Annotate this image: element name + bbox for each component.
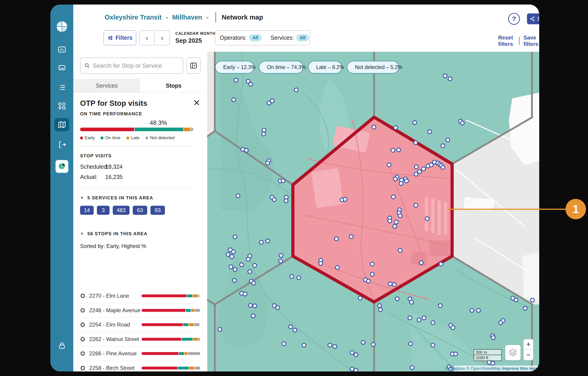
- stop-marker[interactable]: [284, 199, 289, 203]
- stop-marker[interactable]: [395, 297, 400, 301]
- service-badge-483[interactable]: 483: [113, 206, 129, 215]
- layers-button[interactable]: [505, 345, 521, 360]
- map-legend-chip[interactable]: Not detected – 5.2%: [347, 61, 399, 74]
- stop-marker[interactable]: [409, 300, 414, 305]
- help-button[interactable]: ?: [508, 13, 520, 25]
- stop-marker[interactable]: [265, 161, 270, 166]
- close-icon[interactable]: ✕: [193, 99, 200, 107]
- stop-marker[interactable]: [430, 343, 435, 348]
- stop-marker[interactable]: [252, 304, 257, 308]
- lock-icon[interactable]: [54, 339, 69, 352]
- reset-filters-link[interactable]: Reset filters: [498, 34, 515, 47]
- stop-marker[interactable]: [234, 78, 238, 83]
- stop-marker[interactable]: [438, 303, 443, 308]
- map-legend-chip[interactable]: Early – 12.3%: [215, 61, 254, 74]
- stop-marker[interactable]: [448, 77, 452, 81]
- stop-marker[interactable]: [231, 97, 236, 102]
- service-badge-3[interactable]: 3: [97, 206, 110, 215]
- stop-marker[interactable]: [244, 148, 249, 153]
- stop-marker[interactable]: [408, 342, 413, 346]
- map-legend-chip[interactable]: Late – 8.2%: [308, 61, 342, 74]
- stop-marker[interactable]: [371, 342, 376, 347]
- stop-marker[interactable]: [281, 178, 286, 183]
- stop-marker[interactable]: [398, 248, 403, 253]
- stop-marker[interactable]: [523, 306, 528, 311]
- stop-marker[interactable]: [233, 234, 238, 239]
- stop-marker[interactable]: [270, 99, 275, 103]
- stop-marker[interactable]: [399, 181, 404, 186]
- stop-marker[interactable]: [218, 327, 222, 332]
- stop-marker[interactable]: [392, 224, 397, 229]
- stop-marker[interactable]: [275, 305, 280, 310]
- stop-marker[interactable]: [272, 197, 277, 202]
- stop-marker[interactable]: [334, 237, 339, 241]
- stop-marker[interactable]: [349, 234, 354, 239]
- stop-marker[interactable]: [232, 278, 237, 283]
- stop-marker[interactable]: [498, 320, 503, 325]
- stop-marker[interactable]: [231, 250, 236, 254]
- stop-marker[interactable]: [393, 177, 398, 181]
- stop-marker[interactable]: [261, 132, 266, 136]
- stop-marker[interactable]: [288, 324, 293, 329]
- stop-marker[interactable]: [289, 274, 294, 279]
- stop-marker[interactable]: [491, 335, 496, 340]
- service-badge-93[interactable]: 93: [150, 206, 165, 215]
- tab-stops[interactable]: Stops: [140, 79, 207, 92]
- stop-marker[interactable]: [354, 352, 358, 357]
- stop-marker[interactable]: [451, 325, 455, 330]
- stop-marker[interactable]: [236, 193, 241, 198]
- services-section-header[interactable]: ▼ 5 SERVICES IN THIS AREA: [80, 195, 153, 200]
- service-badge-14[interactable]: 14: [80, 206, 94, 215]
- stop-marker[interactable]: [233, 267, 238, 272]
- prev-month-button[interactable]: ‹: [139, 31, 155, 45]
- tab-services[interactable]: Services: [73, 79, 140, 92]
- stop-marker[interactable]: [398, 213, 403, 218]
- stop-marker[interactable]: [491, 361, 495, 366]
- stop-marker[interactable]: [296, 276, 301, 280]
- attribution-text[interactable]: © Mapbox © OpenStreetMap: [445, 366, 501, 371]
- stop-marker[interactable]: [366, 279, 371, 284]
- stop-marker[interactable]: [248, 82, 253, 87]
- stop-marker[interactable]: [393, 125, 398, 130]
- stop-list-item[interactable]: 2270 - Elm Lane: [80, 289, 201, 303]
- stop-marker[interactable]: [265, 239, 270, 243]
- stop-marker[interactable]: [414, 165, 419, 169]
- stop-marker[interactable]: [421, 167, 426, 171]
- stop-marker[interactable]: [514, 298, 519, 302]
- stop-marker[interactable]: [414, 203, 418, 208]
- stop-list-item[interactable]: 2254 - Elm Road: [80, 318, 201, 332]
- stop-marker[interactable]: [318, 261, 323, 266]
- stop-marker[interactable]: [413, 140, 418, 145]
- stop-marker[interactable]: [443, 74, 448, 78]
- sidebar-item-logout[interactable]: [54, 138, 69, 151]
- stop-marker[interactable]: [230, 254, 234, 259]
- stop-marker[interactable]: [414, 172, 419, 177]
- stop-marker[interactable]: [248, 303, 253, 308]
- stop-marker[interactable]: [476, 308, 481, 313]
- stop-marker[interactable]: [417, 318, 421, 322]
- stop-marker[interactable]: [259, 240, 264, 245]
- share-button[interactable]: Share: [527, 13, 539, 24]
- stop-marker[interactable]: [252, 263, 257, 268]
- stop-marker[interactable]: [370, 272, 375, 277]
- stop-marker[interactable]: [404, 179, 409, 183]
- map-legend-chip[interactable]: On time – 74.3%: [259, 61, 303, 74]
- sidebar-item-dashboard[interactable]: [54, 43, 69, 56]
- stop-marker[interactable]: [327, 343, 332, 348]
- stop-marker[interactable]: [441, 165, 445, 170]
- stop-marker[interactable]: [470, 308, 474, 313]
- sidebar-item-vehicles[interactable]: [54, 62, 69, 75]
- stop-marker[interactable]: [358, 296, 363, 301]
- stop-list-item[interactable]: 2266 - Pine Avenue: [80, 346, 201, 361]
- collapse-panel-button[interactable]: [186, 57, 200, 74]
- zoom-out-button[interactable]: −: [524, 350, 533, 360]
- sidebar-item-list[interactable]: [54, 81, 69, 94]
- stops-section-header[interactable]: ▼ 56 STOPS IN THIS AREA: [80, 231, 147, 236]
- stop-marker[interactable]: [282, 342, 286, 346]
- service-badge-63[interactable]: 63: [133, 206, 147, 215]
- sidebar-item-map[interactable]: [54, 118, 69, 131]
- stop-list-item[interactable]: 2248 - Maple Avenue: [80, 303, 201, 317]
- stop-marker[interactable]: [278, 259, 283, 264]
- stop-marker[interactable]: [530, 298, 535, 303]
- stop-marker[interactable]: [294, 88, 299, 92]
